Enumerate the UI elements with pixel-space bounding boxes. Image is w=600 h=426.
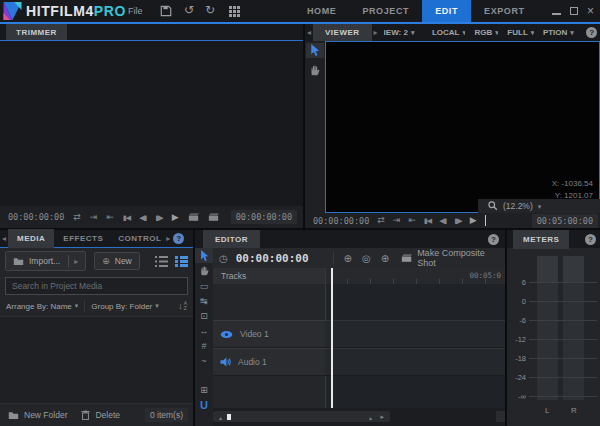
make-composite-shot-button[interactable]: Make Composite Shot: [401, 248, 499, 268]
goto-in-icon[interactable]: ⇤: [408, 216, 416, 225]
search-input[interactable]: [5, 277, 188, 295]
options-dropdown[interactable]: PTION ▾: [543, 28, 586, 37]
tab-edit[interactable]: EDIT: [422, 0, 471, 22]
viewer-canvas[interactable]: X: -1036.54 Y: 1201.07: [325, 41, 600, 213]
tabs-scroll-left-icon[interactable]: ◂: [305, 28, 313, 37]
play-icon[interactable]: ▶: [470, 216, 477, 225]
play-icon[interactable]: ▶: [172, 213, 179, 222]
import-menu-arrow-icon[interactable]: ▸: [74, 257, 78, 266]
clock-icon[interactable]: ◷: [219, 253, 228, 264]
redo-icon[interactable]: ↻: [205, 3, 215, 17]
jump-start-icon[interactable]: ▮◀: [123, 214, 130, 221]
view-dropdown[interactable]: IEW: 2 ▾: [384, 28, 425, 37]
tabs-scroll-right-icon[interactable]: ▸: [372, 28, 380, 37]
scroll-right-arrow-icon[interactable]: ▸: [380, 413, 384, 421]
loop-playback-icon[interactable]: ⇄: [377, 216, 385, 225]
hand-tool[interactable]: [195, 263, 213, 278]
new-folder-button[interactable]: New Folder: [8, 410, 67, 420]
snap-toggle[interactable]: #: [195, 338, 213, 353]
delete-button[interactable]: Delete: [81, 410, 120, 420]
step-back-icon[interactable]: ◀▮: [139, 214, 146, 221]
viewer-mini-playhead[interactable]: [485, 215, 486, 226]
tab-controls[interactable]: CONTROL: [112, 229, 164, 248]
slice-tool[interactable]: ▭: [195, 278, 213, 293]
timeline-zoom-scrollbar[interactable]: ▴ ▴ ▸: [213, 411, 390, 422]
zoom-out-handle-icon[interactable]: ▴: [219, 414, 222, 421]
goto-in-icon[interactable]: ⇤: [106, 213, 114, 222]
cursor-arrow-icon: [200, 250, 209, 262]
tab-meters[interactable]: METERS: [513, 230, 569, 249]
channels-scope-dropdown[interactable]: LOCAL ▾: [432, 28, 466, 37]
arrange-by-dropdown[interactable]: Arrange By: Name ▾: [6, 302, 78, 311]
import-button[interactable]: Import... ▸: [5, 251, 86, 271]
tab-viewer[interactable]: VIEWER: [313, 24, 372, 41]
ripple-edit-tool[interactable]: ↹: [195, 293, 213, 308]
slip-tool[interactable]: ⊡: [195, 308, 213, 323]
marker-icon[interactable]: ◎: [362, 253, 371, 264]
undo-icon[interactable]: ↺: [184, 3, 194, 17]
goto-out-icon[interactable]: ⇥: [393, 216, 401, 225]
viewer-panel: ◂ VIEWER ▸ IEW: 2 ▾ LOCAL ▾ RGB ▾ FULL ▾…: [305, 24, 600, 228]
video-track-header[interactable]: Video 1: [213, 320, 325, 348]
tab-effects[interactable]: EFFECTS: [54, 229, 112, 248]
quality-dropdown[interactable]: FULL ▾: [507, 28, 534, 37]
hand-tool[interactable]: [305, 62, 323, 77]
save-icon[interactable]: [160, 5, 172, 17]
media-list-area[interactable]: [0, 316, 193, 404]
universal-button[interactable]: U: [195, 397, 213, 412]
overlay-clip-icon[interactable]: [208, 212, 219, 222]
list-view-icon[interactable]: [155, 256, 168, 267]
set-out-point-icon[interactable]: ⊕: [381, 253, 389, 264]
tabs-scroll-right-icon[interactable]: ▸: [164, 234, 172, 243]
insert-clip-icon[interactable]: [188, 212, 199, 222]
meter-gridline: [529, 301, 597, 302]
group-by-dropdown[interactable]: Group By: Folder ▾: [91, 302, 158, 311]
tab-trimmer[interactable]: TRIMMER: [6, 24, 67, 40]
scope-dropdown-label: LOCAL: [432, 28, 460, 37]
maximize-icon[interactable]: [570, 7, 578, 15]
file-menu[interactable]: File: [128, 6, 143, 16]
step-forward-icon[interactable]: ▮▶: [155, 214, 162, 221]
jump-start-icon[interactable]: ▮◀: [424, 217, 431, 224]
tabs-scroll-left-icon[interactable]: ◂: [0, 234, 8, 243]
track-visibility-eye-icon[interactable]: [220, 330, 233, 339]
rate-stretch-tool[interactable]: ~: [195, 353, 213, 368]
zoom-in-handle-icon[interactable]: ▴: [369, 414, 372, 421]
editor-timecode[interactable]: 00:00:00:00: [236, 252, 309, 265]
detail-view-icon[interactable]: [175, 256, 188, 267]
close-icon[interactable]: ×: [587, 6, 594, 16]
viewer-help-icon[interactable]: ?: [586, 27, 597, 38]
tab-media[interactable]: MEDIA: [8, 229, 54, 248]
select-tool[interactable]: [195, 248, 213, 263]
track-options-button[interactable]: ⊞: [195, 382, 213, 397]
track-audio-speaker-icon[interactable]: [220, 357, 231, 367]
rgb-dropdown[interactable]: RGB ▾: [474, 28, 498, 37]
tab-project[interactable]: PROJECT: [349, 0, 422, 22]
audio-track-lane[interactable]: [325, 348, 505, 376]
select-tool[interactable]: [306, 43, 324, 58]
media-help-icon[interactable]: ?: [173, 233, 184, 244]
meters-help-icon[interactable]: ?: [585, 234, 596, 245]
video-track-lane[interactable]: [325, 320, 505, 348]
step-back-icon[interactable]: ◀▮: [439, 217, 446, 224]
timeline-ruler[interactable]: 00:05:0: [325, 268, 505, 284]
tab-editor[interactable]: EDITOR: [203, 230, 260, 249]
tab-home[interactable]: HOME: [294, 0, 349, 22]
layout-grid-icon[interactable]: [229, 6, 240, 17]
set-in-point-icon[interactable]: ⊕: [344, 253, 352, 264]
tab-export[interactable]: EXPORT: [471, 0, 538, 22]
sort-direction-icon[interactable]: ↓ AZ: [178, 301, 187, 311]
goto-out-icon[interactable]: ⇥: [90, 213, 98, 222]
editor-help-icon[interactable]: ?: [488, 234, 499, 245]
viewer-zoom-control[interactable]: (12.2%) ▾: [478, 199, 600, 213]
playhead[interactable]: [331, 268, 333, 408]
new-folder-label: New Folder: [24, 410, 67, 420]
step-forward-icon[interactable]: ▮▶: [454, 217, 461, 224]
slide-tool[interactable]: ↔: [195, 323, 213, 338]
minimize-icon[interactable]: [552, 7, 561, 15]
viewer-toolstrip: [305, 41, 325, 213]
new-button[interactable]: ⊕ New: [94, 252, 140, 270]
scroll-thumb[interactable]: [227, 414, 231, 420]
loop-playback-icon[interactable]: ⇄: [73, 213, 81, 222]
audio-track-header[interactable]: Audio 1: [213, 348, 325, 376]
